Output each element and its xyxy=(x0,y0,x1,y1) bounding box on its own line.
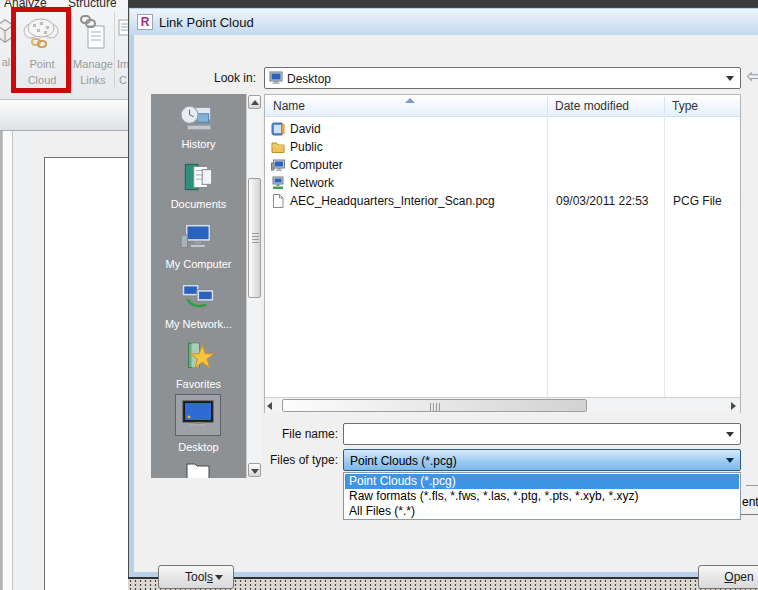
file-list: Name Date modified Type David Public xyxy=(264,94,741,413)
file-row-david[interactable]: David xyxy=(266,120,739,138)
place-favorites[interactable]: Favorites xyxy=(152,378,245,390)
tools-dropdown-icon[interactable] xyxy=(215,575,223,580)
place-documents[interactable]: Documents xyxy=(152,198,245,210)
tools-button-label: Tools xyxy=(185,570,213,584)
back-arrow-icon[interactable]: ⇦ xyxy=(746,66,758,86)
files-of-type-dropdown-icon[interactable] xyxy=(726,458,734,463)
column-header-name[interactable]: Name xyxy=(273,99,305,113)
manage-links-label-1: Manage xyxy=(70,58,116,70)
hscrollbar-thumb[interactable] xyxy=(282,399,587,412)
computer-icon xyxy=(271,158,285,172)
tab-structure[interactable]: Structure xyxy=(68,0,128,8)
dialog-titlebar[interactable]: R Link Point Cloud xyxy=(130,9,758,35)
horizontal-scrollbar[interactable] xyxy=(265,397,740,413)
red-highlight-annotation xyxy=(11,7,71,93)
open-button[interactable]: Open xyxy=(698,565,758,589)
project-browser-panel xyxy=(13,131,44,590)
file-row-computer[interactable]: Computer xyxy=(266,156,739,174)
scroll-left-icon[interactable] xyxy=(267,402,272,410)
file-row-pcg[interactable]: AEC_Headquarters_Interior_Scan.pcg 09/03… xyxy=(266,192,739,210)
scroll-up-button[interactable] xyxy=(248,95,261,109)
manage-links-icon xyxy=(78,14,108,55)
file-icon xyxy=(271,194,285,208)
place-my-network[interactable]: My Network... xyxy=(152,318,245,330)
file-name-text: AEC_Headquarters_Interior_Scan.pcg xyxy=(290,194,495,208)
file-name-text: Network xyxy=(290,176,334,190)
window-top-edge xyxy=(128,0,758,7)
column-divider[interactable] xyxy=(547,97,548,115)
files-of-type-dropdown-list: Point Clouds (*.pcg) Raw formats (*.fls,… xyxy=(343,472,741,520)
side-panel-strip xyxy=(2,131,13,590)
file-name-text: Computer xyxy=(290,158,343,172)
tools-button[interactable]: Tools xyxy=(158,565,234,589)
scroll-right-icon[interactable] xyxy=(731,402,736,410)
clipped-edge-line xyxy=(746,485,758,486)
files-of-type-combobox[interactable]: Point Clouds (*.pcg) xyxy=(343,449,741,471)
type-option-point-clouds[interactable]: Point Clouds (*.pcg) xyxy=(345,474,739,489)
files-of-type-value: Point Clouds (*.pcg) xyxy=(350,454,457,468)
quick-toolbar: 1 A xyxy=(0,100,128,131)
history-icon[interactable] xyxy=(179,102,217,136)
network-icon xyxy=(271,176,285,190)
screen: Analyze Structure al xyxy=(0,0,758,590)
column-divider[interactable] xyxy=(664,97,665,115)
files-of-type-label: Files of type: xyxy=(256,453,338,467)
favorites-icon[interactable] xyxy=(179,340,217,374)
places-scrollbar[interactable] xyxy=(246,94,261,478)
file-row-public[interactable]: Public xyxy=(266,138,739,156)
open-button-label: Open xyxy=(724,570,753,584)
file-list-header: Name Date modified Type xyxy=(265,95,740,117)
manage-links-label-2: Links xyxy=(70,74,116,86)
file-type-text: PCG File xyxy=(673,194,722,208)
partial-text-enter: enter xyxy=(742,495,758,509)
scrollbar-thumb[interactable] xyxy=(248,178,261,298)
look-in-dropdown-icon[interactable] xyxy=(726,76,734,81)
desktop-mini-icon xyxy=(269,71,283,88)
place-my-computer[interactable]: My Computer xyxy=(152,258,245,270)
file-row-network[interactable]: Network xyxy=(266,174,739,192)
documents-icon[interactable] xyxy=(179,160,217,194)
my-network-icon[interactable] xyxy=(179,280,217,314)
type-option-raw-formats[interactable]: Raw formats (*.fls, *.fws, *.las, *.ptg,… xyxy=(345,489,739,504)
link-point-cloud-dialog: R Link Point Cloud Look in: Desktop ⇦ Hi… xyxy=(128,7,758,579)
place-history[interactable]: History xyxy=(152,138,245,150)
look-in-value: Desktop xyxy=(287,72,331,86)
file-name-label: File name: xyxy=(262,427,338,441)
file-name-dropdown-icon[interactable] xyxy=(726,432,734,437)
file-name-text: Public xyxy=(290,140,323,154)
place-desktop-label[interactable]: Desktop xyxy=(152,441,245,453)
dialog-content: Look in: Desktop ⇦ History Documents xyxy=(134,35,758,572)
places-sidebar: History Documents My Computer My Network… xyxy=(151,94,261,478)
ribbon-separator xyxy=(114,12,115,88)
file-date-text: 09/03/2011 22:53 xyxy=(556,194,649,208)
column-header-type[interactable]: Type xyxy=(672,99,698,113)
file-name-text: David xyxy=(290,122,321,136)
dialog-title: Link Point Cloud xyxy=(159,15,254,30)
user-folder-icon xyxy=(271,122,285,136)
look-in-combobox[interactable]: Desktop xyxy=(264,67,741,89)
folder-icon xyxy=(271,140,285,154)
ribbon-button-partial-right[interactable]: Im C xyxy=(116,8,128,96)
sort-ascending-icon xyxy=(405,98,415,103)
desktop-icon xyxy=(180,398,216,433)
manage-links-button[interactable]: Manage Links xyxy=(72,8,114,96)
look-in-label: Look in: xyxy=(204,71,256,85)
type-option-all-files[interactable]: All Files (*.*) xyxy=(345,504,739,519)
my-computer-icon[interactable] xyxy=(179,220,217,254)
column-header-date[interactable]: Date modified xyxy=(555,99,629,113)
partial-folder-icon xyxy=(185,460,211,478)
place-desktop-selected[interactable] xyxy=(175,394,221,436)
revit-icon: R xyxy=(137,14,153,30)
file-name-combobox[interactable] xyxy=(343,423,741,445)
